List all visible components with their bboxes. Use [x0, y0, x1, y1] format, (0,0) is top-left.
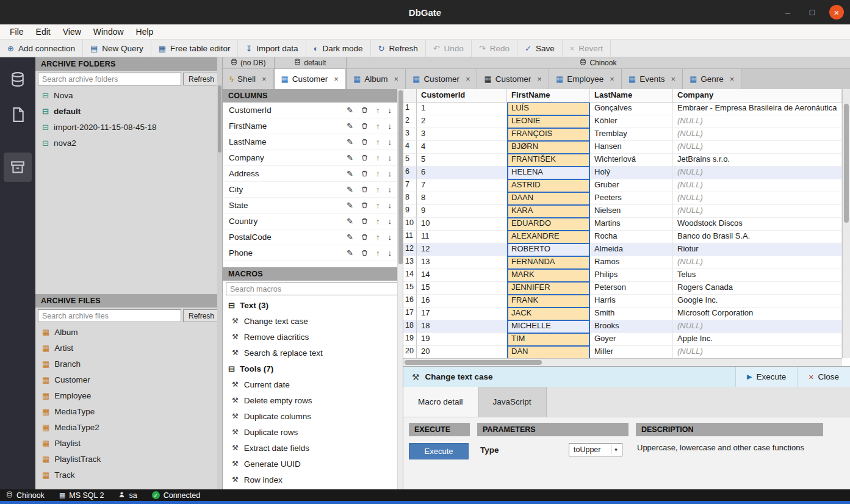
- row-number[interactable]: 12: [403, 243, 417, 256]
- db-group-header-no-db[interactable]: (no DB): [223, 57, 274, 69]
- sidebar-scrollbar-thumb[interactable]: [218, 85, 222, 153]
- delete-column-icon[interactable]: [361, 218, 368, 225]
- delete-column-icon[interactable]: [361, 107, 368, 113]
- move-up-icon[interactable]: ↑: [376, 170, 380, 178]
- archive-file-item[interactable]: ▦Album: [35, 324, 222, 340]
- archive-folder-item[interactable]: ⊟Nova: [35, 87, 222, 103]
- grid-cell[interactable]: KARA: [507, 205, 590, 218]
- tab-customer[interactable]: ▦Customer×: [275, 69, 346, 89]
- tab-genre[interactable]: ▦Genre×: [683, 69, 741, 89]
- edit-column-icon[interactable]: ✎: [347, 122, 353, 130]
- move-down-icon[interactable]: ↓: [388, 249, 392, 257]
- grid-cell[interactable]: Google Inc.: [673, 295, 842, 308]
- tab-shell[interactable]: ϟShell×: [223, 69, 274, 89]
- tab-close-icon[interactable]: ×: [671, 74, 675, 84]
- grid-cell[interactable]: FERNANDA: [507, 256, 590, 269]
- minimize-button[interactable]: –: [780, 5, 795, 20]
- macro-item-duplicate-rows[interactable]: ⚒Duplicate rows: [223, 424, 403, 440]
- delete-column-icon[interactable]: [361, 234, 368, 240]
- macro-tab-macro-detail[interactable]: Macro detail: [403, 387, 478, 417]
- archive-file-item[interactable]: ▦Artist: [35, 340, 222, 356]
- toolbar-add-connection[interactable]: ⊕Add connection: [0, 40, 83, 57]
- grid-cell[interactable]: Wichterlová: [590, 154, 673, 167]
- execute-button[interactable]: Execute: [409, 443, 469, 459]
- macro-item-duplicate-columns[interactable]: ⚒Duplicate columns: [223, 408, 403, 424]
- row-number[interactable]: 5: [403, 154, 417, 167]
- status-sa[interactable]: sa: [118, 491, 137, 500]
- row-number[interactable]: 19: [403, 333, 417, 346]
- grid-cell[interactable]: MICHELLE: [507, 320, 590, 333]
- grid-cell[interactable]: Banco do Brasil S.A.: [673, 231, 842, 243]
- macro-item-generate-uuid[interactable]: ⚒Generate UUID: [223, 456, 403, 472]
- grid-cell[interactable]: ALEXANDRE: [507, 231, 590, 243]
- delete-column-icon[interactable]: [361, 123, 368, 129]
- move-down-icon[interactable]: ↓: [388, 170, 392, 178]
- grid-cell[interactable]: (NULL): [673, 192, 842, 205]
- grid-cell[interactable]: FRANTIŠEK: [507, 154, 590, 167]
- column-header-company[interactable]: Company: [673, 89, 842, 102]
- archive-file-item[interactable]: ▦MediaType2: [35, 419, 222, 435]
- grid-cell[interactable]: 17: [417, 308, 507, 320]
- archive-folders-refresh-button[interactable]: Refresh: [183, 73, 220, 85]
- grid-cell[interactable]: 4: [417, 141, 507, 154]
- grid-cell[interactable]: BJØRN: [507, 141, 590, 154]
- grid-cell[interactable]: 6: [417, 167, 507, 179]
- grid-cell[interactable]: Brooks: [590, 320, 673, 333]
- grid-cell[interactable]: FRANK: [507, 295, 590, 308]
- collapse-icon[interactable]: ⊟: [228, 364, 235, 373]
- macros-search-input[interactable]: [226, 283, 400, 295]
- macro-item-remove-diacritics[interactable]: ⚒Remove diacritics: [223, 329, 403, 345]
- macro-item-change-text-case[interactable]: ⚒Change text case: [223, 313, 403, 329]
- grid-cell[interactable]: 5: [417, 154, 507, 167]
- status-chinook[interactable]: Chinook: [6, 491, 45, 500]
- grid-cell[interactable]: Goyer: [590, 333, 673, 346]
- grid-cell[interactable]: 1: [417, 103, 507, 115]
- move-up-icon[interactable]: ↑: [376, 217, 380, 225]
- grid-cell[interactable]: Holý: [590, 167, 673, 179]
- edit-column-icon[interactable]: ✎: [347, 170, 353, 178]
- move-up-icon[interactable]: ↑: [376, 185, 380, 193]
- archive-files-search-input[interactable]: [38, 309, 181, 322]
- grid-cell[interactable]: Apple Inc.: [673, 333, 842, 346]
- grid-cell[interactable]: ASTRID: [507, 179, 590, 192]
- row-number[interactable]: 2: [403, 115, 417, 128]
- menu-edit[interactable]: Edit: [30, 26, 57, 38]
- vertical-scrollbar-thumb[interactable]: [844, 104, 849, 223]
- row-number[interactable]: 10: [403, 218, 417, 231]
- grid-cell[interactable]: Martins: [590, 218, 673, 231]
- vertical-scrollbar[interactable]: [842, 89, 850, 358]
- row-number[interactable]: 8: [403, 192, 417, 205]
- archive-file-item[interactable]: ▦Employee: [35, 387, 222, 403]
- row-number[interactable]: 20: [403, 346, 417, 358]
- edit-column-icon[interactable]: ✎: [347, 185, 353, 193]
- edit-column-icon[interactable]: ✎: [347, 201, 353, 209]
- grid-cell[interactable]: (NULL): [673, 115, 842, 128]
- grid-cell[interactable]: (NULL): [673, 179, 842, 192]
- sidebar-scrollbar[interactable]: [217, 57, 222, 489]
- macro-group-text-3[interactable]: ⊟Text (3): [223, 297, 403, 313]
- row-number[interactable]: 11: [403, 231, 417, 243]
- grid-cell[interactable]: Peeters: [590, 192, 673, 205]
- grid-cell[interactable]: 10: [417, 218, 507, 231]
- grid-cell[interactable]: Tremblay: [590, 128, 673, 141]
- delete-column-icon[interactable]: [361, 202, 368, 209]
- grid-cell[interactable]: Peterson: [590, 282, 673, 295]
- move-down-icon[interactable]: ↓: [388, 201, 392, 209]
- grid-cell[interactable]: LEONIE: [507, 115, 590, 128]
- macro-item-search-replace-text[interactable]: ⚒Search & replace text: [223, 345, 403, 361]
- column-header-customerid[interactable]: CustomerId: [417, 89, 507, 102]
- tab-album[interactable]: ▦Album×: [347, 69, 406, 89]
- archive-file-item[interactable]: ▦Customer: [35, 372, 222, 387]
- edit-column-icon[interactable]: ✎: [347, 154, 353, 162]
- move-up-icon[interactable]: ↑: [376, 201, 380, 209]
- grid-cell[interactable]: Microsoft Corporation: [673, 308, 842, 320]
- edit-column-icon[interactable]: ✎: [347, 138, 353, 146]
- grid-cell[interactable]: 11: [417, 231, 507, 243]
- grid-cell[interactable]: (NULL): [673, 205, 842, 218]
- menu-file[interactable]: File: [4, 26, 30, 38]
- tab-close-icon[interactable]: ×: [537, 74, 542, 84]
- row-number[interactable]: 9: [403, 205, 417, 218]
- toolbar-new-query[interactable]: ▤New Query: [83, 40, 151, 57]
- macro-group-tools-7[interactable]: ⊟Tools (7): [223, 361, 403, 376]
- grid-cell[interactable]: Riotur: [673, 243, 842, 256]
